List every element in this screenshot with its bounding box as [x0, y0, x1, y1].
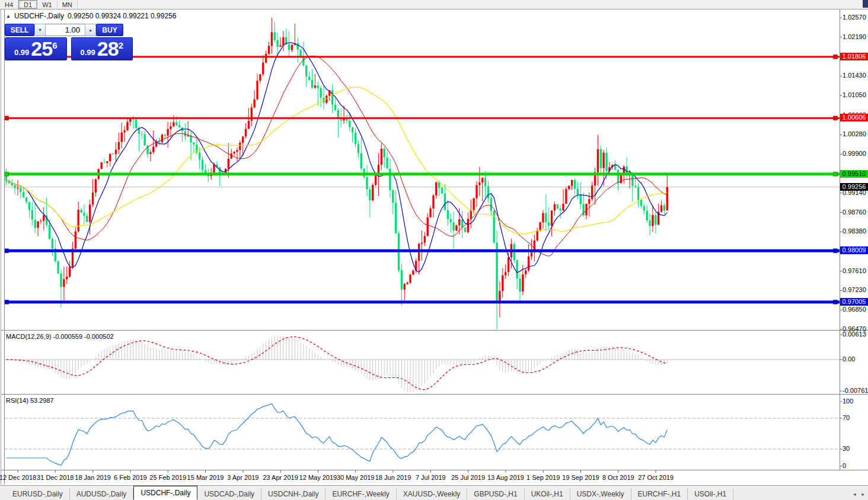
rsi-axis-label: 70	[843, 414, 850, 421]
tab-eurchf-h1[interactable]: EURCHF-,H1	[631, 488, 688, 500]
volume-input[interactable]	[46, 24, 85, 36]
price-axis-label: 1.02190	[843, 33, 866, 40]
buy-price-base: 0.99	[81, 48, 95, 57]
sell-button[interactable]: SELL	[5, 24, 34, 36]
horizontal-line-0.97005[interactable]	[5, 300, 840, 303]
date-axis-label: 6 Feb 2019	[114, 474, 147, 481]
date-axis-label: 3 Apr 2019	[227, 474, 259, 481]
buy-button[interactable]: BUY	[96, 24, 123, 36]
line-handle[interactable]	[5, 300, 9, 304]
mt4-window: H4D1W1MN ▲ USDCHF-,Daily 0.99250 0.99324…	[0, 0, 868, 500]
volume-decrease-button[interactable]: ▼	[34, 24, 46, 36]
macd-axis-label: 0.00	[843, 355, 855, 363]
tab-xauusd-weekly[interactable]: XAUUSD-,Weekly	[397, 488, 467, 500]
horizontal-lines-layer[interactable]	[5, 55, 840, 304]
tab-ukoil-h1[interactable]: UKOil-,H1	[525, 488, 570, 500]
line-price-label: 0.97005	[840, 298, 868, 306]
date-axis-label: 12 Dec 2018	[0, 474, 36, 481]
date-axis-label: 27 Oct 2019	[638, 474, 674, 481]
volume-increase-button[interactable]: ▲	[85, 24, 96, 36]
line-handle[interactable]	[834, 249, 838, 253]
date-axis-label: 8 Oct 2019	[602, 474, 634, 481]
spin-down-icon: ▼	[38, 28, 42, 32]
chart-symbol-label: USDCHF-,Daily	[14, 12, 64, 20]
tab-gbpusd-h1[interactable]: GBPUSD-,H1	[467, 488, 524, 500]
moving-average-42	[7, 87, 668, 234]
line-handle[interactable]	[5, 116, 9, 120]
line-handle[interactable]	[834, 116, 838, 120]
date-axis-label: 25 Jul 2019	[451, 474, 485, 481]
price-axis-label: 0.98380	[843, 227, 866, 235]
tab-usdx-weekly[interactable]: USDX-,Weekly	[570, 488, 631, 500]
macd-axis-label: 0.00613	[843, 331, 866, 338]
moving-averages-layer	[7, 43, 668, 273]
tab-usdcad-daily[interactable]: USDCAD-,Daily	[197, 488, 261, 500]
price-axis-label: 1.02570	[843, 14, 866, 21]
date-axis-label: 12 May 2019	[299, 474, 337, 481]
date-axis-label: 25 Feb 2019	[149, 474, 186, 481]
horizontal-line-1.00606[interactable]	[5, 117, 840, 119]
date-axis-label: 18 Jun 2019	[375, 474, 411, 481]
tab-eurusd-daily[interactable]: EURUSD-,Daily	[6, 488, 70, 500]
chart-ohlc-values: 0.99250 0.99324 0.99221 0.99256	[68, 12, 177, 20]
price-axis-label: 0.96850	[843, 306, 866, 313]
tab-audusd-daily[interactable]: AUDUSD-,Daily	[70, 488, 134, 500]
sell-price-base: 0.99	[14, 48, 29, 57]
line-price-label: 1.00606	[840, 114, 868, 121]
line-handle[interactable]	[5, 172, 9, 176]
tab-usoil-h1[interactable]: USOil-,H1	[688, 488, 733, 500]
chart-window[interactable]: ▲ USDCHF-,Daily 0.99250 0.99324 0.99221 …	[0, 9, 868, 485]
horizontal-line-0.98009[interactable]	[5, 249, 840, 252]
date-axis-label: 1 Sep 2019	[526, 474, 560, 481]
date-axis-label: 13 Aug 2019	[487, 474, 524, 481]
tab-usdcnh-daily[interactable]: USDCNH-,Daily	[261, 488, 326, 500]
sell-price-big: 25	[31, 40, 52, 58]
price-axis-label: 1.00280	[843, 130, 866, 137]
price-axis-label: 0.97230	[843, 286, 866, 293]
volume-box	[46, 24, 85, 36]
date-axis-label: 23 Apr 2019	[263, 474, 298, 481]
current-price-label: 0.99256	[840, 183, 868, 191]
sell-price-display[interactable]: 0.99 25 6	[5, 37, 67, 60]
date-axis-label: 18 Jan 2019	[75, 474, 111, 481]
pane-frame-layer	[0, 9, 868, 485]
tab-scroll-left-icon[interactable]: ◂	[853, 491, 856, 497]
chart-tabs: EURUSD-,DailyAUDUSD-,DailyUSDCHF-,DailyU…	[0, 486, 733, 500]
chart-title: ▲ USDCHF-,Daily 0.99250 0.99324 0.99221 …	[6, 12, 176, 20]
date-axis-label: 15 Mar 2019	[187, 474, 224, 481]
date-axis-label: 31 Dec 2018	[37, 474, 74, 481]
tab-eurchf-weekly[interactable]: EURCHF-,Weekly	[326, 488, 396, 500]
rsi-axis-label: 30	[843, 445, 850, 452]
buy-price-display[interactable]: 0.99 28 2	[71, 37, 133, 60]
tab-scroll-controls: ◂ ▸	[853, 491, 864, 497]
chart-canvas[interactable]	[0, 0, 868, 500]
tab-scroll-right-icon[interactable]: ▸	[861, 491, 864, 497]
price-axis-label: 0.99900	[843, 150, 866, 157]
line-price-label: 0.99510	[840, 170, 868, 178]
rsi-axis-label: 100	[843, 398, 853, 405]
line-handle[interactable]	[5, 249, 9, 253]
price-axis-label: 0.97610	[843, 267, 866, 274]
rsi-indicator-label: RSI(14) 53.2987	[6, 397, 54, 404]
buy-price-pip: 2	[119, 40, 123, 50]
sell-price-pip: 6	[52, 40, 57, 50]
line-handle[interactable]	[834, 55, 838, 59]
one-click-trading-panel: SELL ▼ ▲ BUY 0.99 25 6 0.99 28 2	[5, 24, 133, 60]
line-price-label: 0.98009	[840, 246, 868, 254]
collapse-triangle-icon[interactable]: ▲	[6, 14, 11, 19]
macd-layer	[5, 336, 840, 393]
line-price-label: 1.01806	[840, 53, 868, 60]
line-handle[interactable]	[834, 172, 838, 176]
date-axis-label: 30 May 2019	[337, 474, 375, 481]
moving-average-20	[7, 56, 668, 256]
macd-indicator-label: MACD(12,26,9) -0.000559 -0.000502	[6, 333, 114, 340]
tab-usdchf-daily[interactable]: USDCHF-,Daily	[133, 486, 197, 500]
moving-average-8	[7, 43, 668, 273]
date-axis-label: 19 Sep 2019	[562, 474, 599, 481]
line-handle[interactable]	[834, 300, 838, 304]
horizontal-line-0.99510[interactable]	[5, 172, 840, 175]
price-axis-label: 1.01430	[843, 72, 866, 79]
price-axis-label: 0.98760	[843, 209, 866, 216]
rsi-layer	[5, 403, 840, 465]
rsi-axis-label: 0	[843, 462, 846, 469]
